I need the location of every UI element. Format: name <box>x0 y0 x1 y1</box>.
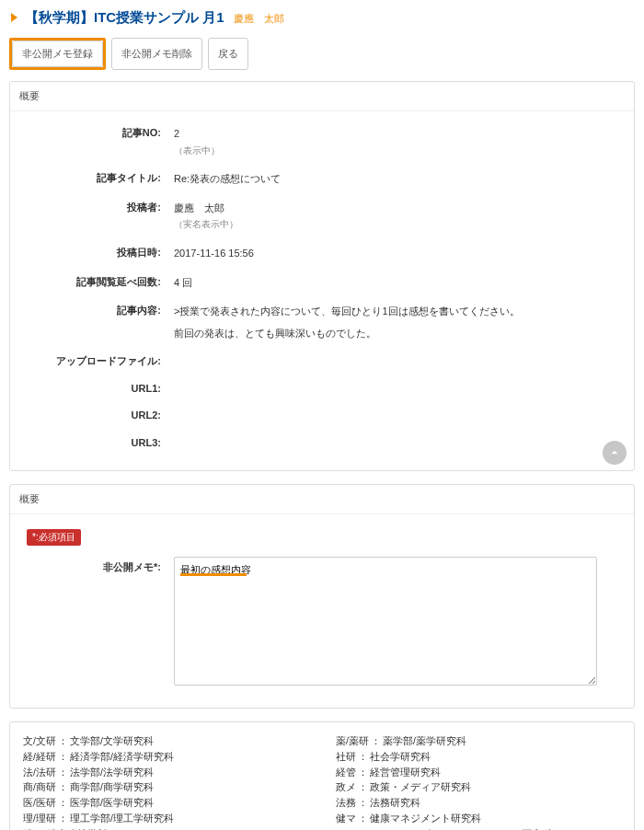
colon-separator: ： <box>33 826 47 830</box>
top-button-row: 非公開メモ登録 非公開メモ削除 戻る <box>0 34 644 81</box>
footer-row: ＳＭ：システムデザイン・マネジメント研究科 <box>336 826 621 830</box>
colon-separator: ： <box>356 795 370 811</box>
colon-separator: ： <box>356 765 370 780</box>
footer-row: 経/経研：経済学部/経済学研究科 <box>23 749 308 765</box>
footer-value: 総合政策学部 <box>47 826 108 830</box>
page-title: 【秋学期】ITC授業サンプル 月1 <box>25 9 224 27</box>
value-content: >授業で発表された内容について、毎回ひとり1回は感想を書いてください。 前回の発… <box>174 304 617 341</box>
label-url1: URL1: <box>27 382 174 396</box>
summary-panel-body: 記事NO: 2 （表示中） 記事タイトル: Re:発表の感想について 投稿者: … <box>10 111 634 470</box>
footer-key: 経/経研 <box>23 749 56 765</box>
page-header: 【秋学期】ITC授業サンプル 月1 慶應 太郎 <box>0 0 644 34</box>
footer-row: 文/文研：文学部/文学研究科 <box>23 733 308 749</box>
footer-key: ＳＭ <box>336 826 356 830</box>
footer-row: 政メ：政策・メディア研究科 <box>336 779 621 795</box>
colon-separator: ： <box>56 765 70 780</box>
value-posted-at: 2017-11-16 15:56 <box>174 246 617 262</box>
footer-row: 医/医研：医学部/医学研究科 <box>23 795 308 811</box>
memo-panel-title: 概要 <box>10 485 634 514</box>
poster-sub: （実名表示中） <box>174 219 238 229</box>
footer-value: 経済学部/経済学研究科 <box>70 749 174 765</box>
article-no-sub: （表示中） <box>174 145 220 156</box>
row-article-no: 記事NO: 2 （表示中） <box>27 126 617 158</box>
colon-separator: ： <box>356 826 370 830</box>
row-url2: URL2: <box>27 409 617 422</box>
poster-value: 慶應 太郎 <box>174 202 224 213</box>
footer-row: 薬/薬研：薬学部/薬学研究科 <box>336 733 621 749</box>
colon-separator: ： <box>56 733 70 749</box>
page-author: 慶應 太郎 <box>234 12 284 26</box>
colon-separator: ： <box>356 779 370 795</box>
value-article-no: 2 （表示中） <box>174 126 617 158</box>
footer-value: 社会学研究科 <box>370 749 431 765</box>
footer-value: 理工学部/理工学研究科 <box>70 811 174 826</box>
memo-textarea-wrap <box>174 557 617 687</box>
value-article-title: Re:発表の感想について <box>174 171 617 188</box>
colon-separator: ： <box>56 779 70 795</box>
footer-key: 理/理研 <box>23 811 56 826</box>
row-memo: 非公開メモ*: <box>27 557 617 687</box>
footer-value: 法務研究科 <box>370 795 420 811</box>
summary-panel: 概要 記事NO: 2 （表示中） 記事タイトル: Re:発表の感想について 投稿… <box>9 81 635 471</box>
value-view-count: 4 回 <box>174 275 617 292</box>
content-line2: 前回の発表は、とても興味深いものでした。 <box>174 326 617 342</box>
chevron-right-icon <box>11 13 17 22</box>
footer-row: 法務：法務研究科 <box>336 795 621 811</box>
memo-panel-body: *:必須項目 非公開メモ*: <box>10 514 634 708</box>
label-view-count: 記事閲覧延べ回数: <box>27 275 174 292</box>
footer-value: 薬学部/薬学研究科 <box>383 733 466 749</box>
article-no-value: 2 <box>174 128 179 139</box>
colon-separator: ： <box>369 733 383 749</box>
row-article-title: 記事タイトル: Re:発表の感想について <box>27 171 617 188</box>
footer-row: 健マ：健康マネジメント研究科 <box>336 811 621 826</box>
value-upload <box>174 354 617 368</box>
register-memo-button[interactable]: 非公開メモ登録 <box>12 40 103 67</box>
footer-value: 健康マネジメント研究科 <box>370 811 481 826</box>
footer-key: 政メ <box>336 779 356 795</box>
footer-value: 商学部/商学研究科 <box>70 779 154 795</box>
footer-legend: 文/文研：文学部/文学研究科経/経研：経済学部/経済学研究科法/法研：法学部/法… <box>9 721 635 830</box>
footer-value: システムデザイン・マネジメント研究科 <box>370 826 552 830</box>
footer-key: 総 <box>23 826 33 830</box>
label-posted-at: 投稿日時: <box>27 246 174 262</box>
row-upload: アップロードファイル: <box>27 354 617 368</box>
content-line1: >授業で発表された内容について、毎回ひとり1回は感想を書いてください。 <box>174 304 617 320</box>
footer-key: 経管 <box>336 765 356 780</box>
colon-separator: ： <box>356 811 370 826</box>
footer-key: 法/法研 <box>23 765 56 780</box>
highlight-register-top: 非公開メモ登録 <box>9 38 106 70</box>
footer-value: 法学部/法学研究科 <box>70 765 154 780</box>
label-article-title: 記事タイトル: <box>27 171 174 188</box>
label-poster: 投稿者: <box>27 201 174 233</box>
footer-key: 商/商研 <box>23 779 56 795</box>
required-badge: *:必須項目 <box>27 529 81 546</box>
footer-row: 経管：経営管理研究科 <box>336 765 621 780</box>
row-poster: 投稿者: 慶應 太郎 （実名表示中） <box>27 201 617 233</box>
footer-row: 理/理研：理工学部/理工学研究科 <box>23 811 308 826</box>
footer-value: 経営管理研究科 <box>370 765 441 780</box>
footer-value: 医学部/医学研究科 <box>70 795 154 811</box>
footer-value: 政策・メディア研究科 <box>370 779 471 795</box>
row-content: 記事内容: >授業で発表された内容について、毎回ひとり1回は感想を書いてください… <box>27 304 617 341</box>
footer-value: 文学部/文学研究科 <box>70 733 154 749</box>
footer-row: 総：総合政策学部 <box>23 826 308 830</box>
value-url3 <box>174 436 617 450</box>
memo-textarea[interactable] <box>174 557 597 686</box>
footer-key: 健マ <box>336 811 356 826</box>
back-button[interactable]: 戻る <box>208 38 248 70</box>
scroll-to-top-button[interactable] <box>603 441 627 465</box>
label-article-no: 記事NO: <box>27 126 174 158</box>
label-content: 記事内容: <box>27 304 174 341</box>
colon-separator: ： <box>356 749 370 765</box>
footer-row: 法/法研：法学部/法学研究科 <box>23 765 308 780</box>
footer-key: 社研 <box>336 749 356 765</box>
footer-key: 文/文研 <box>23 733 56 749</box>
footer-row: 商/商研：商学部/商学研究科 <box>23 779 308 795</box>
colon-separator: ： <box>56 749 70 765</box>
value-url2 <box>174 409 617 422</box>
footer-key: 法務 <box>336 795 356 811</box>
label-upload: アップロードファイル: <box>27 354 174 368</box>
footer-key: 医/医研 <box>23 795 56 811</box>
row-url3: URL3: <box>27 436 617 450</box>
delete-memo-button[interactable]: 非公開メモ削除 <box>111 38 202 70</box>
